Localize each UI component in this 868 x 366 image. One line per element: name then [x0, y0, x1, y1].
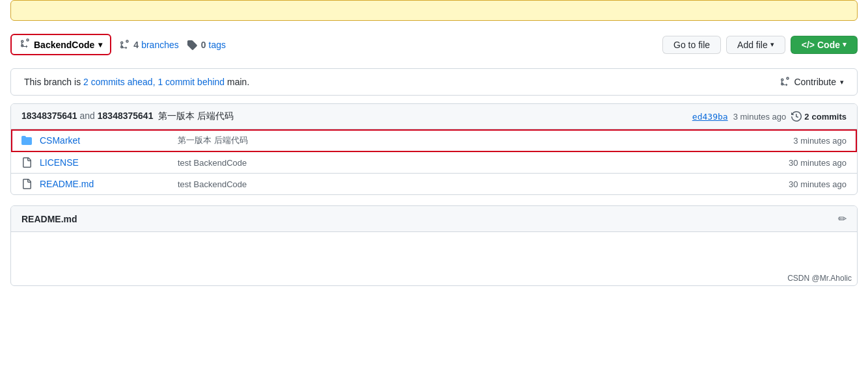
- commit-author-link[interactable]: 18348375641: [21, 111, 77, 121]
- file-name-link[interactable]: LICENSE: [40, 157, 79, 168]
- commit-info: 18348375641 and 18348375641 第一版本 后端代码: [21, 111, 687, 122]
- file-commit-msg: test BackendCode: [178, 158, 781, 168]
- contribute-text: This branch is 2 commits ahead, 1 commit…: [24, 77, 249, 87]
- file-icon: [21, 179, 32, 189]
- file-row: README.mdtest BackendCode30 minutes ago: [11, 174, 857, 194]
- readme-section: README.md ✏ CSDN @Mr.Aholic: [10, 205, 858, 286]
- branch-selector[interactable]: BackendCode ▾: [10, 34, 111, 55]
- branch-icon: [20, 38, 30, 51]
- branch-bar-actions: Go to file Add file ▾ </> Code ▾: [662, 36, 858, 54]
- file-rows: CSMarket第一版本 后端代码3 minutes agoLICENSEtes…: [11, 129, 857, 194]
- tags-label[interactable]: tags: [209, 40, 226, 50]
- file-time: 30 minutes ago: [789, 158, 847, 168]
- branches-label[interactable]: branches: [141, 40, 179, 50]
- branch-bar: BackendCode ▾ 4 branches 0 tags Go to fi…: [10, 29, 858, 60]
- yellow-banner: [10, 0, 858, 21]
- file-name: README.md: [40, 179, 170, 189]
- file-name-link[interactable]: README.md: [40, 179, 94, 189]
- commits-behind-link[interactable]: 1 commit behind: [157, 77, 224, 87]
- commit-meta: ed439ba 3 minutes ago 2 commits: [692, 111, 847, 122]
- commit-author2-link[interactable]: 18348375641: [98, 111, 154, 121]
- code-button[interactable]: </> Code ▾: [791, 36, 858, 54]
- branch-chevron: ▾: [98, 40, 102, 49]
- commit-and: and: [80, 111, 95, 121]
- file-name: CSMarket: [40, 135, 170, 146]
- file-icon: [21, 157, 32, 168]
- readme-title: README.md: [21, 214, 77, 224]
- watermark: CSDN @Mr.Aholic: [11, 271, 857, 285]
- add-file-button[interactable]: Add file ▾: [726, 36, 785, 54]
- file-row: CSMarket第一版本 后端代码3 minutes ago: [11, 129, 857, 152]
- file-name-link[interactable]: CSMarket: [40, 135, 80, 146]
- commit-time: 3 minutes ago: [733, 112, 787, 122]
- file-list: 18348375641 and 18348375641 第一版本 后端代码 ed…: [10, 103, 858, 195]
- branch-name: BackendCode: [34, 40, 94, 50]
- file-time: 30 minutes ago: [789, 179, 847, 189]
- commits-count: 2: [804, 112, 809, 122]
- file-name: LICENSE: [40, 157, 170, 168]
- edit-readme-icon[interactable]: ✏: [838, 213, 847, 225]
- contribute-chevron: ▾: [840, 78, 844, 86]
- go-to-file-button[interactable]: Go to file: [662, 36, 721, 54]
- branches-meta: 4 branches: [119, 40, 178, 50]
- branches-count: 4: [133, 40, 139, 50]
- file-commit-msg: test BackendCode: [178, 179, 781, 189]
- folder-icon: [21, 135, 32, 146]
- commit-sha-link[interactable]: ed439ba: [692, 112, 728, 122]
- contribute-button[interactable]: Contribute ▾: [780, 77, 844, 87]
- tags-count: 0: [201, 40, 206, 50]
- file-time: 3 minutes ago: [793, 136, 847, 146]
- file-commit-msg: 第一版本 后端代码: [178, 135, 785, 146]
- readme-header: README.md ✏: [11, 206, 857, 232]
- commits-history-link[interactable]: 2 commits: [791, 111, 847, 122]
- file-row: LICENSEtest BackendCode30 minutes ago: [11, 152, 857, 174]
- commit-message: 第一版本 后端代码: [158, 111, 234, 121]
- readme-body: [11, 232, 857, 271]
- file-list-header: 18348375641 and 18348375641 第一版本 后端代码 ed…: [11, 104, 857, 129]
- commits-label: commits: [812, 112, 847, 122]
- contribute-banner: This branch is 2 commits ahead, 1 commit…: [10, 68, 858, 96]
- tags-meta: 0 tags: [187, 40, 226, 50]
- commits-ahead-link[interactable]: 2 commits ahead,: [83, 77, 156, 87]
- contribute-label: Contribute: [794, 77, 836, 87]
